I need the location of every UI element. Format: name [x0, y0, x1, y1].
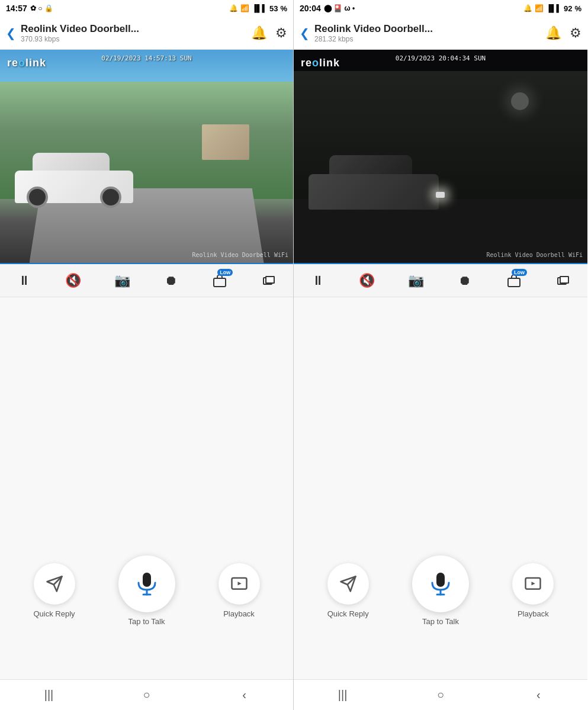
house-day [202, 124, 249, 160]
header-title-block-day: Reolink Video Doorbell... 370.93 kbps [21, 23, 246, 43]
quick-reply-circle-day [34, 563, 75, 605]
back-nav-day[interactable]: ‹ [227, 683, 262, 707]
tap-to-talk-circle-night [412, 555, 469, 612]
snapshot-icon-night: 📷 [408, 273, 424, 288]
header-icons-day: 🔔 ⚙ [251, 25, 287, 41]
battery-day: 53 [269, 4, 278, 13]
wifi-icon-night: 📶 [535, 4, 544, 12]
wheel-right [100, 187, 121, 208]
settings-icon-day[interactable]: ⚙ [275, 25, 287, 41]
header-title-day: Reolink Video Doorbell... [21, 23, 175, 35]
snapshot-button-night[interactable]: 📷 [403, 268, 429, 294]
night-car-body [309, 174, 439, 210]
pause-icon-day: ⏸ [18, 273, 31, 288]
cell-icon-day: ▐▌▌ [252, 4, 267, 12]
bell-icon-day[interactable]: 🔔 [251, 25, 267, 41]
record-icon-day: ⏺ [165, 273, 178, 288]
snapshot-button-day[interactable]: 📷 [109, 268, 135, 294]
quick-reply-label-day: Quick Reply [33, 609, 75, 618]
back-nav-icon-night: ‹ [536, 688, 541, 702]
mute-button-day[interactable]: 🔇 [60, 268, 86, 294]
settings-icon-night[interactable]: ⚙ [570, 25, 581, 41]
app-header-night: ❮ Reolink Video Doorbell... 281.32 kbps … [294, 17, 587, 50]
playback-action-day[interactable]: Playback [219, 563, 260, 618]
camera-logo-night: reolink [301, 57, 340, 69]
wifi-icon-day: 📶 [240, 4, 249, 12]
time-day: 14:57 [6, 4, 27, 13]
status-bar-day: 14:57 ✿ ○ 🔒 🔔 📶 ▐▌▌ 53% [0, 0, 293, 17]
quality-button-night[interactable]: Low [501, 268, 527, 294]
snapshot-icon-day: 📷 [114, 273, 130, 288]
quality-button-day[interactable]: Low [207, 268, 233, 294]
action-row-day: Quick Reply Tap to Talk [0, 555, 293, 626]
alarm-icon-night: 🔔 [523, 4, 532, 12]
tap-to-talk-circle-day [118, 555, 175, 612]
wheel-left [27, 187, 48, 208]
quick-reply-action-night[interactable]: Quick Reply [327, 563, 369, 618]
recents-icon-day: ||| [44, 688, 54, 702]
home-nav-night[interactable]: ○ [423, 683, 458, 707]
fullscreen-button-night[interactable] [550, 268, 576, 294]
cell-icon-night: ▐▌▌ [546, 4, 561, 12]
home-nav-day[interactable]: ○ [129, 683, 165, 707]
panel-night: 20:04 ⬤ 🎴 ω • 🔔 📶 ▐▌▌ 92% ❮ Reolink Vide… [294, 0, 587, 710]
quality-badge-night: Low [512, 269, 527, 276]
header-subtitle-night: 281.32 kbps [314, 35, 541, 43]
playback-circle-day [219, 563, 260, 605]
camera-watermark-night: Reolink Video Doorbell WiFi [486, 252, 583, 258]
back-button-day[interactable]: ❮ [6, 26, 16, 40]
header-subtitle-day: 370.93 kbps [21, 35, 246, 43]
quick-reply-action-day[interactable]: Quick Reply [33, 563, 75, 618]
fullscreen-icon-day [262, 274, 276, 288]
back-nav-night[interactable]: ‹ [520, 683, 556, 707]
recents-icon-night: ||| [338, 688, 348, 702]
quick-reply-label-night: Quick Reply [327, 609, 369, 618]
status-bar-night: 20:04 ⬤ 🎴 ω • 🔔 📶 ▐▌▌ 92% [294, 0, 587, 17]
mute-icon-night: 🔇 [359, 273, 375, 288]
home-icon-night: ○ [437, 688, 444, 702]
mic-icon-day [133, 570, 161, 598]
battery-night: 92 [564, 4, 572, 13]
header-icons-night: 🔔 ⚙ [545, 25, 581, 41]
playback-action-night[interactable]: Playback [512, 563, 554, 618]
headlights [436, 192, 445, 198]
mute-button-night[interactable]: 🔇 [354, 268, 380, 294]
nav-bar-day: ||| ○ ‹ [0, 679, 293, 710]
tap-to-talk-label-day: Tap to Talk [128, 617, 165, 626]
content-area-day: Quick Reply Tap to Talk [0, 297, 293, 679]
day-scene [0, 50, 293, 263]
content-area-night: Quick Reply Tap to Talk [294, 297, 587, 679]
controls-bar-day: ⏸ 🔇 📷 ⏺ Low [0, 263, 293, 297]
signal-icon-day: ✿ ○ 🔒 [30, 4, 53, 12]
record-button-night[interactable]: ⏺ [452, 268, 478, 294]
bell-icon-night[interactable]: 🔔 [545, 25, 561, 41]
tap-to-talk-action-night[interactable]: Tap to Talk [412, 555, 469, 626]
car-body [15, 171, 133, 203]
quick-reply-circle-night [327, 563, 369, 605]
recents-nav-day[interactable]: ||| [31, 683, 67, 707]
mic-icon-night [426, 570, 455, 598]
svg-marker-17 [532, 582, 535, 585]
playback-circle-night [512, 563, 554, 605]
camera-timestamp-night: 02/19/2023 20:04:34 SUN [396, 54, 486, 62]
record-button-day[interactable]: ⏺ [158, 268, 184, 294]
tap-to-talk-action-day[interactable]: Tap to Talk [118, 555, 175, 626]
record-icon-night: ⏺ [458, 273, 471, 288]
header-title-night: Reolink Video Doorbell... [314, 23, 468, 35]
camera-logo-day: reolink [7, 57, 46, 69]
back-button-night[interactable]: ❮ [300, 26, 310, 40]
pause-button-night[interactable]: ⏸ [305, 268, 331, 294]
alarm-icon-day: 🔔 [229, 4, 238, 12]
svg-rect-0 [214, 278, 226, 287]
send-icon-day [46, 575, 63, 593]
svg-rect-9 [508, 278, 520, 287]
pause-button-day[interactable]: ⏸ [11, 268, 37, 294]
playback-icon-night [524, 575, 542, 593]
quality-badge-day: Low [217, 269, 233, 276]
nav-bar-night: ||| ○ ‹ [294, 679, 587, 710]
camera-watermark-day: Reolink Video Doorbell WiFi [192, 252, 288, 258]
recents-nav-night[interactable]: ||| [325, 683, 361, 707]
fullscreen-button-day[interactable] [256, 268, 282, 294]
fullscreen-icon-night [556, 274, 570, 288]
controls-bar-night: ⏸ 🔇 📷 ⏺ Low [294, 263, 587, 297]
